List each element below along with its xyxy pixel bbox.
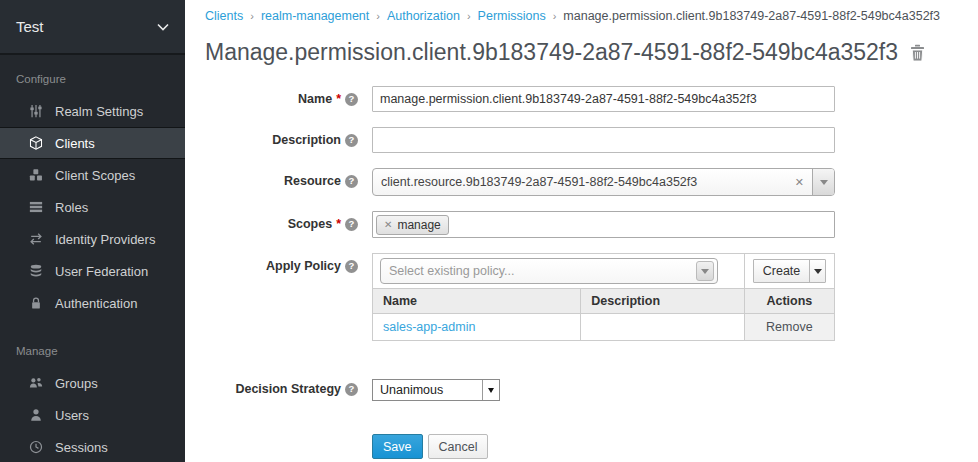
realm-selector[interactable]: Test [0, 0, 185, 55]
sidebar-item-label: Roles [55, 200, 88, 215]
column-header-description: Description [581, 289, 744, 314]
required-marker: * [336, 92, 341, 106]
sidebar-item-realm-settings[interactable]: Realm Settings [0, 95, 185, 127]
sidebar-item-users[interactable]: Users [0, 399, 185, 431]
sidebar-item-label: User Federation [55, 264, 148, 279]
policy-create-cell: Create [745, 254, 834, 288]
chevron-down-icon [157, 23, 169, 31]
breadcrumb-separator: › [553, 10, 557, 22]
breadcrumb-separator: › [376, 10, 380, 22]
title-row: Manage.permission.client.9b183749-2a87-4… [205, 39, 978, 66]
sidebar-item-label: Authentication [55, 296, 137, 311]
sidebar-item-authentication[interactable]: Authentication [0, 287, 185, 319]
sidebar-item-roles[interactable]: Roles [0, 191, 185, 223]
form-row-scopes: Scopes * ? ✕ manage [205, 211, 978, 238]
cubes-icon [28, 167, 44, 183]
breadcrumb: Clients › realm-management › Authorizati… [205, 0, 978, 23]
delete-permission-button[interactable] [910, 44, 925, 61]
form-row-decision-strategy: Decision Strategy ? Unanimous [205, 379, 978, 401]
sidebar-item-label: Sessions [55, 440, 108, 455]
clear-resource-icon[interactable]: ✕ [787, 176, 812, 189]
permission-form: Name * ? Description ? [205, 86, 978, 459]
form-row-description: Description ? [205, 127, 978, 153]
sliders-icon [28, 103, 44, 119]
breadcrumb-current: manage.permission.client.9b183749-2a87-4… [563, 9, 940, 23]
decision-strategy-value: Unanimous [373, 383, 482, 397]
create-policy-button[interactable]: Create [753, 259, 827, 283]
name-label: Name [298, 92, 332, 106]
sidebar-item-identity-providers[interactable]: Identity Providers [0, 223, 185, 255]
existing-policy-select[interactable]: Select existing policy... [380, 258, 718, 284]
column-header-name: Name [373, 289, 581, 314]
help-icon[interactable]: ? [345, 383, 358, 396]
sidebar-item-label: Groups [55, 376, 98, 391]
policy-link-sales-app-admin[interactable]: sales-app-admin [383, 320, 475, 334]
list-icon [28, 199, 44, 215]
breadcrumb-link-permissions[interactable]: Permissions [478, 9, 546, 23]
breadcrumb-separator: › [250, 10, 254, 22]
form-row-apply-policy: Apply Policy ? Select existing policy... [205, 253, 978, 341]
sidebar-section-manage: Manage [0, 319, 185, 367]
scope-tag-manage: ✕ manage [376, 215, 449, 235]
caret-down-icon [488, 388, 494, 393]
decision-strategy-label: Decision Strategy [235, 382, 341, 396]
sidebar-item-client-scopes[interactable]: Client Scopes [0, 159, 185, 191]
page-title: Manage.permission.client.9b183749-2a87-4… [205, 39, 898, 66]
description-input[interactable] [372, 127, 835, 153]
policy-name-cell: sales-app-admin [373, 314, 581, 341]
help-icon[interactable]: ? [345, 218, 358, 231]
remove-policy-button[interactable]: Remove [744, 314, 834, 341]
create-button-label: Create [754, 260, 810, 282]
column-header-actions: Actions [744, 289, 834, 314]
app-window: Test Configure Realm Settings Clients Cl… [0, 0, 978, 462]
policy-description-cell [581, 314, 744, 341]
user-icon [28, 407, 44, 423]
sidebar: Test Configure Realm Settings Clients Cl… [0, 0, 185, 462]
help-icon[interactable]: ? [345, 93, 358, 106]
form-row-resource: Resource ? client.resource.9b183749-2a87… [205, 168, 978, 196]
breadcrumb-link-realm-management[interactable]: realm-management [261, 9, 369, 23]
form-row-buttons: Save Cancel [205, 414, 978, 459]
sidebar-item-label: Realm Settings [55, 104, 143, 119]
resource-select[interactable]: client.resource.9b183749-2a87-4591-88f2-… [372, 168, 835, 196]
caret-down-icon [701, 269, 709, 274]
scope-tag-label: manage [397, 218, 440, 232]
policy-toolbar: Select existing policy... Create [373, 254, 834, 289]
policy-select-cell: Select existing policy... [373, 254, 745, 288]
clock-icon [28, 439, 44, 455]
select-caret [482, 380, 499, 400]
sidebar-item-user-federation[interactable]: User Federation [0, 255, 185, 287]
sidebar-item-label: Clients [55, 136, 95, 151]
cancel-button[interactable]: Cancel [428, 434, 489, 459]
applied-policies-table: Name Description Actions sales-app-admin [373, 289, 834, 340]
sidebar-item-label: Client Scopes [55, 168, 135, 183]
sidebar-item-groups[interactable]: Groups [0, 367, 185, 399]
resource-dropdown-button[interactable] [812, 169, 834, 195]
name-input[interactable] [372, 86, 835, 112]
required-marker: * [336, 217, 341, 231]
help-icon[interactable]: ? [345, 134, 358, 147]
sidebar-item-sessions[interactable]: Sessions [0, 431, 185, 462]
policy-select-placeholder: Select existing policy... [381, 264, 696, 278]
decision-strategy-select[interactable]: Unanimous [372, 379, 500, 401]
realm-name: Test [16, 18, 44, 35]
sidebar-section-configure: Configure [0, 55, 185, 95]
save-button[interactable]: Save [372, 434, 423, 459]
help-icon[interactable]: ? [345, 260, 358, 273]
scopes-label: Scopes [288, 217, 332, 231]
resource-selected-value: client.resource.9b183749-2a87-4591-88f2-… [373, 175, 787, 189]
form-row-name: Name * ? [205, 86, 978, 112]
create-dropdown-toggle[interactable] [809, 260, 825, 282]
policy-dropdown-button[interactable] [696, 261, 714, 281]
resource-label: Resource [284, 174, 341, 188]
breadcrumb-separator: › [467, 10, 471, 22]
cube-icon [28, 135, 44, 151]
scopes-multiselect[interactable]: ✕ manage [372, 211, 835, 238]
help-icon[interactable]: ? [345, 175, 358, 188]
breadcrumb-link-authorization[interactable]: Authorization [387, 9, 460, 23]
description-label: Description [272, 133, 341, 147]
breadcrumb-link-clients[interactable]: Clients [205, 9, 243, 23]
main-content: Clients › realm-management › Authorizati… [185, 0, 978, 462]
sidebar-item-clients[interactable]: Clients [0, 127, 185, 159]
remove-tag-icon[interactable]: ✕ [384, 219, 392, 230]
